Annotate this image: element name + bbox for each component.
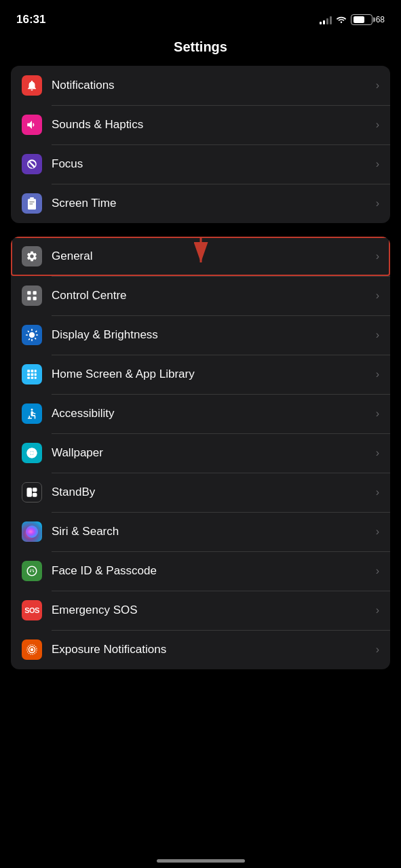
svg-point-22 [29,451,31,452]
faceid-label: Face ID & Passcode [52,564,372,578]
settings-row-general[interactable]: General › [11,237,390,276]
focus-label: Focus [52,157,372,171]
svg-point-20 [31,409,33,411]
settings-group-1: Notifications › Sounds & Haptics › Focus… [11,66,390,223]
sounds-chevron: › [376,119,379,131]
settings-row-standby[interactable]: StandBy › [11,473,390,512]
settings-group-2: General › Control Centre › Display & Bri… [11,237,390,669]
svg-rect-24 [27,488,33,496]
settings-row-faceid[interactable]: Face ID & Passcode › [11,551,390,591]
svg-rect-11 [27,370,30,372]
svg-point-0 [340,22,341,23]
settings-row-focus[interactable]: Focus › [11,144,390,184]
controlcentre-label: Control Centre [52,289,372,302]
svg-rect-15 [31,374,34,376]
homescreen-icon [22,364,42,384]
svg-rect-10 [33,297,37,300]
settings-row-notifications[interactable]: Notifications › [11,66,390,105]
svg-rect-3 [29,201,35,203]
display-icon [22,325,42,345]
homescreen-label: Home Screen & App Library [52,368,372,381]
sos-label: Emergency SOS [52,604,372,617]
wallpaper-icon [22,443,42,463]
settings-row-exposure[interactable]: Exposure Notifications › [11,630,390,669]
svg-point-27 [31,648,34,652]
svg-rect-8 [33,291,37,294]
notifications-chevron: › [376,79,379,92]
sos-icon: SOS [22,600,42,620]
standby-label: StandBy [52,486,372,499]
status-icons: 68 [320,14,385,26]
settings-row-display[interactable]: Display & Brightness › [11,315,390,355]
settings-row-siri[interactable]: Siri & Search › [11,512,390,551]
sos-chevron: › [376,604,379,616]
sounds-label: Sounds & Haptics [52,118,372,132]
exposure-chevron: › [376,644,379,656]
accessibility-icon [22,403,42,424]
homescreen-chevron: › [376,368,379,380]
faceid-icon [22,561,42,581]
display-label: Display & Brightness [52,328,372,342]
status-bar: 16:31 68 [0,0,401,37]
siri-label: Siri & Search [52,525,372,538]
svg-rect-7 [27,291,31,294]
controlcentre-chevron: › [376,290,379,302]
notifications-icon [22,75,42,96]
settings-row-wallpaper[interactable]: Wallpaper › [11,433,390,473]
general-label: General [52,250,372,263]
svg-rect-4 [29,203,33,205]
wifi-icon [336,14,347,26]
exposure-icon [22,639,42,660]
svg-rect-13 [35,370,37,372]
wallpaper-chevron: › [376,447,379,459]
signal-icon [320,15,332,24]
screentime-label: Screen Time [52,197,372,210]
settings-row-sounds[interactable]: Sounds & Haptics › [11,105,390,144]
focus-chevron: › [376,158,379,170]
svg-rect-1 [30,197,34,199]
settings-row-accessibility[interactable]: Accessibility › [11,394,390,433]
svg-rect-12 [31,370,34,372]
siri-icon [22,521,42,542]
exposure-label: Exposure Notifications [52,643,372,656]
svg-rect-19 [35,377,37,379]
svg-rect-18 [31,377,34,379]
home-bar [157,859,245,863]
battery-container: 68 [351,14,385,25]
settings-row-controlcentre[interactable]: Control Centre › [11,276,390,315]
svg-rect-26 [33,493,37,497]
home-indicator [0,852,401,868]
svg-point-21 [31,452,34,455]
wallpaper-label: Wallpaper [52,446,372,460]
status-time: 16:31 [16,13,45,26]
settings-row-sos[interactable]: SOS Emergency SOS › [11,591,390,630]
general-icon [22,246,42,267]
accessibility-label: Accessibility [52,407,372,420]
focus-icon [22,154,42,174]
svg-rect-25 [33,488,37,492]
faceid-chevron: › [376,565,379,577]
svg-rect-14 [27,374,30,376]
display-chevron: › [376,329,379,341]
svg-rect-9 [27,297,31,300]
sounds-icon [22,115,42,135]
general-chevron: › [376,250,379,262]
screentime-icon [22,193,42,214]
accessibility-chevron: › [376,408,379,420]
page-title: Settings [0,37,401,66]
settings-row-screentime[interactable]: Screen Time › [11,184,390,223]
svg-point-23 [33,454,35,455]
screentime-chevron: › [376,197,379,210]
settings-row-homescreen[interactable]: Home Screen & App Library › [11,355,390,394]
siri-chevron: › [376,526,379,538]
svg-rect-16 [35,374,37,376]
standby-icon [22,482,42,502]
battery-level: 68 [376,15,385,24]
standby-chevron: › [376,486,379,498]
battery-icon [351,14,373,25]
notifications-label: Notifications [52,79,372,92]
svg-rect-17 [27,377,30,379]
controlcentre-icon [22,285,42,306]
